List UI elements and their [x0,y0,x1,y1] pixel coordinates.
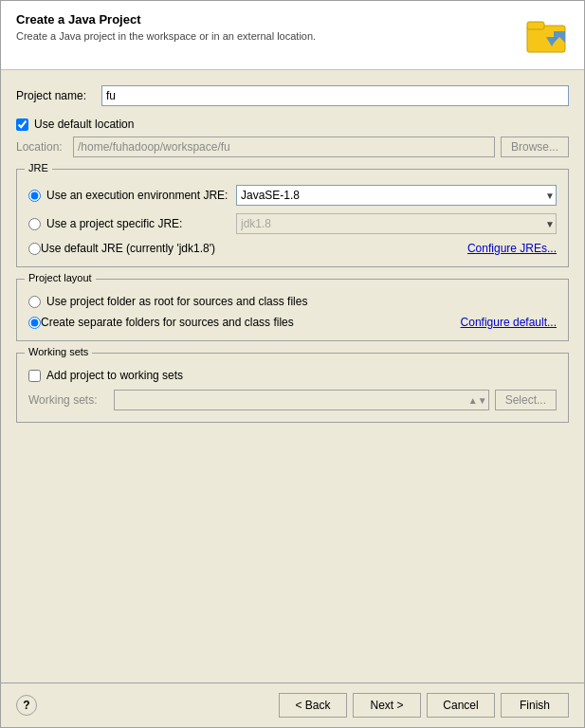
add-to-working-sets-label: Add project to working sets [46,369,183,382]
working-sets-input [114,390,489,410]
dialog-title: Create a Java Project [16,12,316,27]
jre-project-specific-select[interactable]: jdk1.8 [236,213,557,234]
add-to-working-sets-row: Add project to working sets [28,369,557,382]
footer-left: ? [16,695,37,716]
next-button[interactable]: Next > [353,693,421,718]
dialog-subtitle: Create a Java project in the workspace o… [16,30,316,42]
jre-project-specific-select-wrapper: jdk1.8 ▼ [236,213,557,234]
jre-execution-env-select[interactable]: JavaSE-1.8 JavaSE-11 JavaSE-17 [236,185,557,206]
layout-option2-row: Create separate folders for sources and … [28,316,557,329]
jre-execution-env-radio[interactable] [28,190,41,202]
location-label: Location: [16,140,73,154]
jre-default-label: Use default JRE (currently 'jdk1.8') [41,242,230,255]
working-sets-input-wrapper: ▲▼ [114,390,489,410]
working-sets-group: Working sets Add project to working sets… [16,353,569,423]
use-default-location-checkbox[interactable] [16,118,28,131]
jre-group: JRE Use an execution environment JRE: Ja… [16,169,569,267]
configure-jres-link[interactable]: Configure JREs... [467,242,557,255]
dialog-header: Create a Java Project Create a Java proj… [1,1,584,70]
cancel-button[interactable]: Cancel [427,693,495,718]
header-icon [523,12,569,58]
folder-icon [523,12,569,58]
dialog-body: Project name: Use default location Locat… [1,70,584,682]
use-default-location-row: Use default location [16,118,569,131]
create-java-project-dialog: Create a Java Project Create a Java proj… [0,0,585,728]
working-sets-input-row: Working sets: ▲▼ Select... [28,390,557,410]
project-layout-group: Project layout Use project folder as roo… [16,279,569,341]
jre-option1-row: Use an execution environment JRE: JavaSE… [28,185,557,206]
layout-option1-row: Use project folder as root for sources a… [28,295,557,308]
jre-project-specific-radio[interactable] [28,218,41,230]
jre-project-specific-label: Use a project specific JRE: [46,217,236,230]
layout-project-folder-radio[interactable] [28,296,41,308]
project-layout-legend: Project layout [25,272,96,283]
dialog-footer: ? < Back Next > Cancel Finish [1,682,584,727]
jre-option2-row: Use a project specific JRE: jdk1.8 ▼ [28,213,557,234]
location-row: Location: Browse... [16,136,569,157]
layout-separate-folders-radio[interactable] [28,317,41,329]
browse-button[interactable]: Browse... [501,136,569,157]
project-name-label: Project name: [16,89,101,102]
help-button[interactable]: ? [16,695,37,716]
working-sets-legend: Working sets [25,346,92,357]
layout-project-folder-label: Use project folder as root for sources a… [46,295,307,308]
select-working-sets-button[interactable]: Select... [495,390,557,410]
working-sets-field-label: Working sets: [28,393,114,407]
footer-right: < Back Next > Cancel Finish [279,693,569,718]
header-text: Create a Java Project Create a Java proj… [16,12,316,42]
use-default-location-label: Use default location [34,118,134,131]
jre-execution-env-select-wrapper: JavaSE-1.8 JavaSE-11 JavaSE-17 ▼ [236,185,557,206]
layout-separate-folders-label: Create separate folders for sources and … [41,316,294,329]
project-name-input[interactable] [101,85,569,106]
back-button[interactable]: < Back [279,693,347,718]
jre-legend: JRE [25,162,52,173]
svg-rect-1 [527,22,544,29]
finish-button[interactable]: Finish [501,693,569,718]
add-to-working-sets-checkbox[interactable] [28,370,41,382]
jre-default-radio[interactable] [28,243,41,255]
jre-execution-env-label: Use an execution environment JRE: [46,189,236,202]
configure-default-link[interactable]: Configure default... [461,316,557,329]
location-input [73,136,495,157]
project-name-row: Project name: [16,85,569,106]
jre-option3-row: Use default JRE (currently 'jdk1.8') Con… [28,242,557,255]
